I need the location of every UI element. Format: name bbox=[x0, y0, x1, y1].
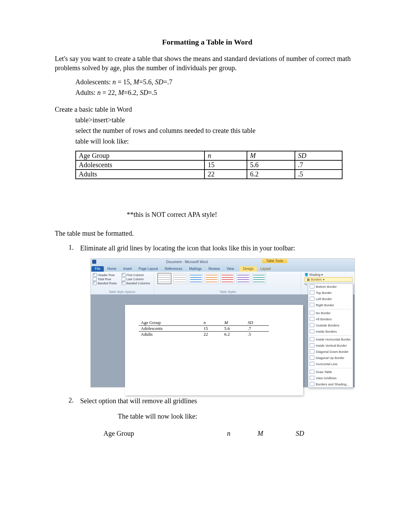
ribbon: Header Row Total Row Banded Rows First C… bbox=[91, 272, 354, 295]
table-header: M bbox=[255, 429, 293, 438]
style-swatch[interactable] bbox=[189, 273, 203, 284]
ribbon-tabs: File Home Insert Page Layout References … bbox=[91, 265, 354, 272]
mini-table: Age Group n M SD Adolescents155.6.7 Adul… bbox=[139, 320, 269, 337]
opt-last-column[interactable]: Last Column bbox=[122, 277, 150, 281]
group-label: Table Styles bbox=[158, 290, 298, 294]
word-titlebar: Document - Microsoft Word bbox=[91, 259, 354, 265]
style-swatch[interactable] bbox=[205, 273, 219, 284]
table-header: n bbox=[224, 429, 255, 438]
menu-inside-horizontal[interactable]: Inside Horizontal Border bbox=[308, 336, 353, 343]
tab-references[interactable]: References bbox=[161, 266, 186, 272]
table-styles-gallery[interactable] bbox=[158, 273, 298, 284]
table-header: SD bbox=[295, 151, 342, 160]
menu-draw-table[interactable]: Draw Table bbox=[308, 369, 353, 375]
step-2-subtext: The table will now look like: bbox=[118, 412, 360, 421]
doc-title: Document - Microsoft Word bbox=[166, 260, 208, 264]
word-screenshot: Table Tools Document - Microsoft Word Fi… bbox=[90, 258, 355, 387]
tab-page-layout[interactable]: Page Layout bbox=[135, 266, 161, 272]
opt-header-row[interactable]: Header Row bbox=[93, 273, 117, 277]
checkbox-icon bbox=[122, 281, 125, 285]
word-document-page: Age Group n M SD Adolescents155.6.7 Adul… bbox=[125, 305, 303, 395]
checkbox-icon bbox=[93, 281, 97, 285]
menu-inside-borders[interactable]: Inside Borders bbox=[308, 329, 353, 335]
menu-borders-shading[interactable]: Borders and Shading... bbox=[308, 381, 353, 387]
tab-view[interactable]: View bbox=[223, 266, 238, 272]
checkbox-icon bbox=[122, 273, 125, 277]
create-step-1: table>insert>table bbox=[75, 115, 360, 125]
tab-home[interactable]: Home bbox=[104, 266, 120, 272]
opt-first-column[interactable]: First Column bbox=[122, 273, 150, 277]
page-title: Formatting a Table in Word bbox=[55, 38, 360, 47]
step-2-text: Select option that will remove all gridl… bbox=[80, 396, 360, 406]
menu-left-border[interactable]: Left Border bbox=[308, 296, 353, 302]
opt-banded-rows[interactable]: Banded Rows bbox=[93, 281, 117, 285]
word-app-icon bbox=[92, 260, 96, 264]
borders-dropdown: Bottom Border Top Border Left Border Rig… bbox=[308, 283, 353, 388]
table-row: Adults226.2.5 bbox=[76, 170, 342, 179]
apa-note: **this is NOT correct APA style! bbox=[127, 210, 360, 219]
tab-insert[interactable]: Insert bbox=[120, 266, 135, 272]
create-heading: Create a basic table in Word bbox=[55, 105, 360, 114]
menu-diagonal-up[interactable]: Diagonal Up Border bbox=[308, 355, 353, 361]
opt-banded-columns[interactable]: Banded Columns bbox=[122, 281, 150, 285]
menu-no-border[interactable]: No Border bbox=[308, 310, 353, 316]
table-header: SD bbox=[293, 429, 340, 438]
menu-top-border[interactable]: Top Border bbox=[308, 290, 353, 296]
opt-total-row[interactable]: Total Row bbox=[93, 277, 117, 281]
menu-all-borders[interactable]: All Borders bbox=[308, 316, 353, 322]
table-header: M bbox=[247, 151, 295, 160]
menu-bottom-border[interactable]: Bottom Border bbox=[308, 284, 353, 290]
stats-adults: Adults: n = 22, M=6.2, SD=.5 bbox=[75, 88, 360, 97]
menu-outside-borders[interactable]: Outside Borders bbox=[308, 322, 353, 329]
step-number: 1. bbox=[68, 244, 80, 387]
table-tools-tab[interactable]: Table Tools bbox=[262, 259, 287, 263]
shading-button[interactable]: 🪣 Shading ▾ bbox=[304, 273, 352, 276]
tab-mailings[interactable]: Mailings bbox=[186, 266, 205, 272]
group-label: Table Style Options bbox=[93, 290, 151, 294]
borders-button[interactable]: ▦ Borders ▾ bbox=[304, 277, 352, 282]
tab-file[interactable]: File bbox=[91, 266, 104, 272]
style-swatch[interactable] bbox=[221, 273, 234, 284]
step-1-text: Eliminate all grid lines by locating the… bbox=[80, 244, 360, 253]
style-swatch[interactable] bbox=[173, 273, 187, 284]
table-header: Age Group bbox=[101, 429, 224, 438]
create-step-2: select the number of rows and columns ne… bbox=[75, 126, 360, 135]
menu-inside-vertical[interactable]: Inside Vertical Border bbox=[308, 343, 353, 349]
style-swatch[interactable] bbox=[158, 273, 171, 284]
nogrid-table: Age Group n M SD bbox=[101, 429, 340, 438]
menu-diagonal-down[interactable]: Diagonal Down Border bbox=[308, 349, 353, 355]
style-swatch[interactable] bbox=[236, 273, 250, 284]
checkbox-icon bbox=[93, 273, 97, 277]
tab-design[interactable]: Design bbox=[239, 266, 257, 272]
step-number: 2. bbox=[68, 396, 80, 438]
create-step-3: table will look like: bbox=[75, 137, 360, 146]
intro-paragraph: Let's say you want to create a table tha… bbox=[55, 54, 360, 73]
table-header: Age Group bbox=[76, 151, 204, 160]
menu-view-gridlines[interactable]: View Gridlines bbox=[308, 375, 353, 381]
stats-adolescents: Adolescents: n = 15, M=5.6, SD=.7 bbox=[75, 77, 360, 87]
menu-horizontal-line[interactable]: Horizontal Line bbox=[308, 361, 353, 367]
style-swatch[interactable] bbox=[252, 273, 266, 284]
tab-layout[interactable]: Layout bbox=[257, 266, 274, 272]
document-page: Formatting a Table in Word Let's say you… bbox=[0, 0, 411, 458]
table-header: n bbox=[204, 151, 247, 160]
menu-right-border[interactable]: Right Border bbox=[308, 302, 353, 308]
table-row: Adolescents155.6.7 bbox=[76, 160, 342, 170]
tab-review[interactable]: Review bbox=[205, 266, 223, 272]
must-format: The table must be formatted. bbox=[55, 229, 360, 238]
basic-table: Age Group n M SD Adolescents155.6.7 Adul… bbox=[75, 151, 342, 179]
